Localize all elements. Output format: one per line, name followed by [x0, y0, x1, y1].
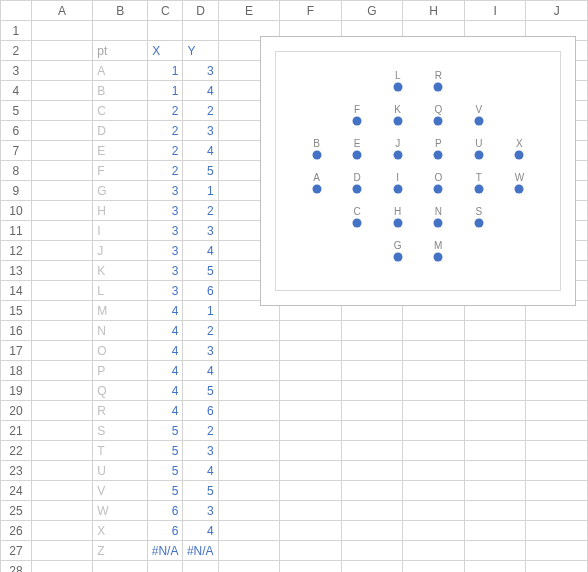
cell[interactable]: M [93, 301, 148, 321]
cell[interactable] [280, 361, 342, 381]
cell[interactable] [31, 481, 93, 501]
cell[interactable] [403, 341, 465, 361]
chart-point[interactable]: I [393, 183, 402, 194]
cell[interactable] [526, 341, 588, 361]
cell[interactable] [93, 21, 148, 41]
cell[interactable]: N [93, 321, 148, 341]
cell[interactable] [403, 561, 465, 573]
cell[interactable] [280, 341, 342, 361]
column-header[interactable]: E [218, 1, 280, 21]
chart-point[interactable]: E [353, 149, 362, 160]
chart-point[interactable]: N [434, 217, 443, 228]
cell[interactable]: P [93, 361, 148, 381]
cell[interactable] [218, 361, 280, 381]
cell[interactable] [31, 501, 93, 521]
cell[interactable]: K [93, 261, 148, 281]
cell[interactable] [280, 321, 342, 341]
cell[interactable] [31, 561, 93, 573]
cell[interactable] [31, 161, 93, 181]
column-header[interactable]: F [280, 1, 342, 21]
column-header[interactable]: D [183, 1, 218, 21]
cell[interactable]: L [93, 281, 148, 301]
column-header[interactable]: H [403, 1, 465, 21]
cell[interactable]: 6 [183, 281, 218, 301]
row-header[interactable]: 17 [1, 341, 32, 361]
cell[interactable]: F [93, 161, 148, 181]
cell[interactable]: 5 [148, 481, 183, 501]
embedded-chart[interactable]: ABCDEFGHIJKLMNOPQRSTUVWX [260, 36, 576, 306]
cell[interactable] [341, 561, 403, 573]
cell[interactable]: 5 [183, 161, 218, 181]
cell[interactable]: 4 [148, 321, 183, 341]
cell[interactable] [31, 121, 93, 141]
cell[interactable] [218, 321, 280, 341]
cell[interactable] [464, 481, 526, 501]
row-header[interactable]: 14 [1, 281, 32, 301]
chart-point[interactable]: H [393, 217, 402, 228]
row-header[interactable]: 27 [1, 541, 32, 561]
cell[interactable] [31, 181, 93, 201]
chart-point[interactable]: A [312, 183, 321, 194]
chart-point[interactable]: C [353, 217, 362, 228]
cell[interactable]: 2 [148, 161, 183, 181]
chart-point[interactable]: Q [434, 115, 443, 126]
cell[interactable] [526, 401, 588, 421]
cell[interactable]: 4 [148, 341, 183, 361]
cell[interactable] [464, 341, 526, 361]
cell[interactable] [526, 321, 588, 341]
cell[interactable]: 4 [183, 361, 218, 381]
cell[interactable] [31, 521, 93, 541]
row-header[interactable]: 9 [1, 181, 32, 201]
cell[interactable] [31, 141, 93, 161]
cell[interactable]: J [93, 241, 148, 261]
row-header[interactable]: 5 [1, 101, 32, 121]
cell[interactable] [31, 61, 93, 81]
cell[interactable] [218, 521, 280, 541]
row-header[interactable]: 26 [1, 521, 32, 541]
cell[interactable] [31, 421, 93, 441]
cell[interactable] [403, 541, 465, 561]
cell[interactable] [341, 541, 403, 561]
cell[interactable]: pt [93, 41, 148, 61]
cell[interactable]: 3 [183, 221, 218, 241]
row-header[interactable]: 21 [1, 421, 32, 441]
cell[interactable]: 4 [183, 141, 218, 161]
cell[interactable]: 5 [148, 441, 183, 461]
row-header[interactable]: 3 [1, 61, 32, 81]
chart-point[interactable]: P [434, 149, 443, 160]
cell[interactable]: 4 [148, 401, 183, 421]
cell[interactable] [218, 401, 280, 421]
cell[interactable] [526, 481, 588, 501]
cell[interactable] [280, 441, 342, 461]
cell[interactable]: 3 [148, 181, 183, 201]
column-header[interactable]: J [526, 1, 588, 21]
row-header[interactable]: 15 [1, 301, 32, 321]
cell[interactable]: 3 [148, 221, 183, 241]
cell[interactable]: X [148, 41, 183, 61]
cell[interactable] [341, 361, 403, 381]
cell[interactable]: 5 [183, 261, 218, 281]
chart-point[interactable]: D [353, 183, 362, 194]
cell[interactable] [31, 81, 93, 101]
cell[interactable]: 3 [183, 121, 218, 141]
cell[interactable]: U [93, 461, 148, 481]
cell[interactable] [341, 401, 403, 421]
cell[interactable] [341, 421, 403, 441]
cell[interactable] [403, 481, 465, 501]
cell[interactable] [31, 101, 93, 121]
row-header[interactable]: 24 [1, 481, 32, 501]
cell[interactable]: #N/A [183, 541, 218, 561]
cell[interactable] [218, 441, 280, 461]
chart-point[interactable]: J [393, 149, 402, 160]
cell[interactable] [403, 421, 465, 441]
cell[interactable]: 6 [148, 501, 183, 521]
cell[interactable]: 4 [183, 241, 218, 261]
cell[interactable] [280, 541, 342, 561]
row-header[interactable]: 1 [1, 21, 32, 41]
cell[interactable] [526, 361, 588, 381]
row-header[interactable]: 11 [1, 221, 32, 241]
cell[interactable]: 3 [183, 441, 218, 461]
cell[interactable] [31, 541, 93, 561]
cell[interactable] [403, 461, 465, 481]
cell[interactable] [218, 561, 280, 573]
